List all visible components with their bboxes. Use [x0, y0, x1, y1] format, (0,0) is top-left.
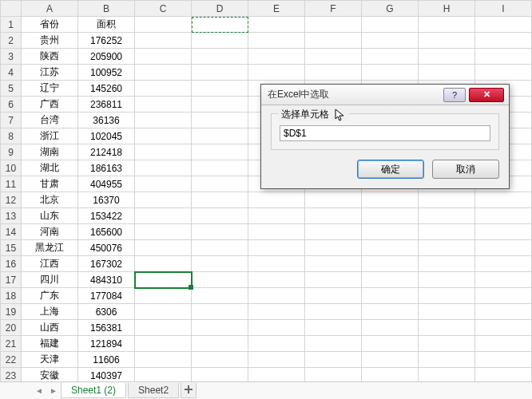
cell[interactable]: 山西 [22, 320, 78, 336]
row-header[interactable]: 21 [1, 336, 22, 352]
cell[interactable] [419, 336, 475, 352]
cell[interactable] [475, 304, 532, 320]
cell[interactable] [192, 272, 248, 288]
cell[interactable] [135, 81, 192, 97]
cell[interactable]: 177084 [78, 288, 135, 304]
select-all-corner[interactable] [1, 1, 22, 17]
row-header[interactable]: 14 [1, 224, 22, 240]
cell[interactable] [305, 49, 362, 65]
cell[interactable] [192, 113, 248, 128]
cell[interactable] [419, 65, 475, 81]
cell[interactable]: 北京 [22, 192, 78, 208]
cell[interactable] [362, 49, 419, 65]
cell[interactable] [362, 224, 419, 240]
cell[interactable] [192, 17, 248, 33]
cell[interactable] [475, 336, 532, 352]
cell[interactable] [135, 320, 192, 336]
cell[interactable] [192, 128, 248, 144]
cell[interactable] [475, 65, 532, 81]
cell[interactable] [192, 336, 248, 352]
column-header[interactable]: B [78, 1, 135, 17]
cell-reference-input[interactable] [280, 125, 490, 141]
cell[interactable] [305, 208, 362, 224]
row-header[interactable]: 20 [1, 320, 22, 336]
ok-button[interactable]: 确定 [357, 160, 424, 179]
cell[interactable] [135, 113, 192, 128]
column-header[interactable]: F [305, 1, 362, 17]
cell[interactable] [419, 192, 475, 208]
cell[interactable] [135, 256, 192, 272]
cell[interactable] [305, 17, 362, 33]
cell[interactable]: 山东 [22, 208, 78, 224]
cell[interactable] [305, 256, 362, 272]
row-header[interactable]: 6 [1, 97, 22, 113]
cell[interactable] [362, 65, 419, 81]
row-header[interactable]: 5 [1, 81, 22, 97]
cell[interactable] [305, 33, 362, 49]
cell[interactable]: 湖北 [22, 160, 78, 176]
cell[interactable] [192, 192, 248, 208]
cell[interactable] [419, 320, 475, 336]
cancel-button[interactable]: 取消 [432, 160, 499, 179]
new-sheet-button[interactable] [181, 383, 197, 398]
cell[interactable]: 205900 [78, 49, 135, 65]
cell[interactable] [419, 33, 475, 49]
cell[interactable] [135, 192, 192, 208]
cell[interactable]: 辽宁 [22, 81, 78, 97]
cell[interactable] [248, 49, 305, 65]
column-header[interactable]: A [22, 1, 78, 17]
cell[interactable] [305, 65, 362, 81]
row-header[interactable]: 11 [1, 176, 22, 192]
cell[interactable] [135, 17, 192, 33]
dialog-titlebar[interactable]: 在Excel中选取 ? ✕ [261, 85, 509, 105]
row-header[interactable]: 16 [1, 256, 22, 272]
cell[interactable] [135, 65, 192, 81]
cell[interactable] [192, 65, 248, 81]
cell[interactable] [192, 256, 248, 272]
row-header[interactable]: 7 [1, 113, 22, 128]
cell[interactable] [305, 288, 362, 304]
cell[interactable] [135, 208, 192, 224]
cell[interactable] [248, 272, 305, 288]
close-button[interactable]: ✕ [469, 88, 504, 102]
row-header[interactable]: 22 [1, 352, 22, 368]
cell[interactable] [419, 256, 475, 272]
spreadsheet-grid[interactable]: ABCDEFGHI 1省份面积2贵州1762523陕西2059004江苏1009… [0, 0, 532, 399]
cell[interactable] [362, 192, 419, 208]
sheet-tab-active[interactable]: Sheet1 (2) [61, 383, 126, 398]
cell[interactable] [248, 320, 305, 336]
cell[interactable] [419, 208, 475, 224]
cell[interactable] [135, 336, 192, 352]
cell[interactable] [135, 49, 192, 65]
row-header[interactable]: 3 [1, 49, 22, 65]
cell[interactable]: 贵州 [22, 33, 78, 49]
cell[interactable] [135, 224, 192, 240]
cell[interactable]: 153422 [78, 208, 135, 224]
cell[interactable] [192, 176, 248, 192]
cell[interactable] [248, 192, 305, 208]
cell[interactable] [305, 224, 362, 240]
cell[interactable] [135, 176, 192, 192]
cell[interactable]: 212418 [78, 144, 135, 160]
cell[interactable]: 黑龙江 [22, 240, 78, 256]
row-header[interactable]: 17 [1, 272, 22, 288]
cell[interactable] [362, 208, 419, 224]
cell[interactable]: 浙江 [22, 128, 78, 144]
cell[interactable] [475, 352, 532, 368]
row-header[interactable]: 4 [1, 65, 22, 81]
cell[interactable] [419, 288, 475, 304]
cell[interactable]: 36136 [78, 113, 135, 128]
column-header[interactable]: I [475, 1, 532, 17]
cell[interactable]: 186163 [78, 160, 135, 176]
cell[interactable] [248, 240, 305, 256]
row-header[interactable]: 2 [1, 33, 22, 49]
cell[interactable] [305, 352, 362, 368]
cell[interactable] [362, 352, 419, 368]
cell[interactable]: 天津 [22, 352, 78, 368]
cell[interactable] [135, 352, 192, 368]
cell[interactable] [248, 17, 305, 33]
cell[interactable]: 145260 [78, 81, 135, 97]
cell[interactable]: 江苏 [22, 65, 78, 81]
tab-nav-next-icon[interactable]: ► [46, 384, 61, 398]
cell[interactable]: 甘肃 [22, 176, 78, 192]
